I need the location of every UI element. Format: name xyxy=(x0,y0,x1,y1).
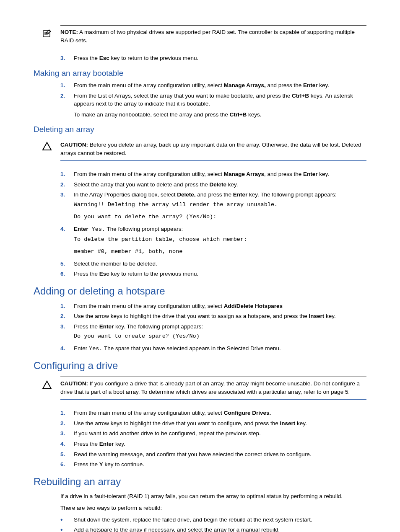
list-number: 2. xyxy=(60,312,74,320)
list-number: 2. xyxy=(60,419,74,428)
heading-hotspare: Adding or deleting a hotspare xyxy=(34,284,366,299)
list-item: 3. If you want to add another drive to b… xyxy=(60,429,366,438)
list-top: 3. Press the Esc key to return to the pr… xyxy=(60,54,366,62)
paragraph: If a drive in a fault-tolerant (RAID 1) … xyxy=(60,492,366,501)
list-item: 5. Select the member to be deleted. xyxy=(60,260,366,268)
list-number: 1. xyxy=(60,81,74,90)
caution-icon xyxy=(42,380,54,392)
code-block: member #0, member #1, both, none xyxy=(74,248,366,256)
list-item: 4. Enter Yes. The following prompt appea… xyxy=(60,225,366,258)
list-number: 1. xyxy=(60,170,74,178)
code-block: Warning!! Deleting the array will render… xyxy=(74,201,366,209)
list-number: 5. xyxy=(60,450,74,459)
list-item: 5. Read the warning message, and confirm… xyxy=(60,450,366,459)
note-text: A maximum of two physical drives are sup… xyxy=(60,29,355,44)
list-number: 4. xyxy=(60,440,74,448)
list-number: 3. xyxy=(60,323,74,342)
note-icon xyxy=(42,29,54,41)
list-item: 1. From the main menu of the array confi… xyxy=(60,409,366,417)
list-item: • Add a hotspare to the array if necessa… xyxy=(60,526,366,532)
list-item: 6. Press the Y key to continue. xyxy=(60,460,366,469)
list-item: 4. Enter Yes. The spare that you have se… xyxy=(60,344,366,353)
caution-label: CAUTION: xyxy=(60,380,88,387)
list-item: 1. From the main menu of the array confi… xyxy=(60,302,366,310)
list-number: 1. xyxy=(60,302,74,310)
list-deleting: 1. From the main menu of the array confi… xyxy=(60,170,366,278)
list-configuring: 1. From the main menu of the array confi… xyxy=(60,409,366,468)
code-block: Do you want to create spare? (Yes/No) xyxy=(74,332,366,341)
list-number: 6. xyxy=(60,270,74,278)
list-number: 5. xyxy=(60,260,74,268)
list-number: 4. xyxy=(60,225,74,258)
list-number: 3. xyxy=(60,191,74,223)
code-block: Do you want to delete the array? (Yes/No… xyxy=(74,213,366,221)
list-item: 4. Press the Enter key. xyxy=(60,440,366,448)
list-item: 1. From the main menu of the array confi… xyxy=(60,81,366,90)
list-number: 1. xyxy=(60,409,74,417)
list-item: 3. Press the Esc key to return to the pr… xyxy=(60,54,366,62)
list-number: 3. xyxy=(60,54,74,62)
caution-text: Before you delete an array, back up any … xyxy=(60,142,361,156)
caution-box: CAUTION: Before you delete an array, bac… xyxy=(60,138,366,161)
caution-text: If you configure a drive that is already… xyxy=(60,380,360,395)
bullet-icon: • xyxy=(60,526,74,532)
list-item: 2. Use the arrow keys to highlight the d… xyxy=(60,419,366,428)
code-block: To delete the partition table, choose wh… xyxy=(74,235,366,244)
note-box: NOTE: A maximum of two physical drives a… xyxy=(60,25,366,48)
list-item: 6. Press the Esc key to return to the pr… xyxy=(60,270,366,278)
caution-icon xyxy=(42,142,54,153)
bullet-icon: • xyxy=(60,516,74,524)
list-number: 6. xyxy=(60,460,74,469)
list-making-bootable: 1. From the main menu of the array confi… xyxy=(60,81,366,119)
list-number: 2. xyxy=(60,181,74,189)
list-item: 1. From the main menu of the array confi… xyxy=(60,170,366,178)
list-rebuilding: • Shut down the system, replace the fail… xyxy=(60,516,366,532)
heading-rebuilding: Rebuilding an array xyxy=(34,475,366,489)
note-label: NOTE: xyxy=(60,29,78,35)
list-item: 3. In the Array Properties dialog box, s… xyxy=(60,191,366,223)
caution-label: CAUTION: xyxy=(60,142,88,148)
list-item: 3. Press the Enter key. The following pr… xyxy=(60,323,366,342)
list-number: 4. xyxy=(60,344,74,353)
list-item: 2. Use the arrow keys to highlight the d… xyxy=(60,312,366,320)
list-item: 2. Select the array that you want to del… xyxy=(60,181,366,189)
heading-configuring-drive: Configuring a drive xyxy=(34,359,366,373)
heading-making-bootable: Making an array bootable xyxy=(34,67,366,79)
list-item: • Shut down the system, replace the fail… xyxy=(60,516,366,524)
list-number: 2. xyxy=(60,92,74,119)
list-number: 3. xyxy=(60,429,74,438)
heading-deleting-array: Deleting an array xyxy=(34,124,366,135)
caution-box: CAUTION: If you configure a drive that i… xyxy=(60,377,366,400)
list-item: 2. From the List of Arrays, select the a… xyxy=(60,92,366,119)
list-hotspare: 1. From the main menu of the array confi… xyxy=(60,302,366,353)
paragraph: There are two ways to perform a rebuild: xyxy=(60,504,366,512)
